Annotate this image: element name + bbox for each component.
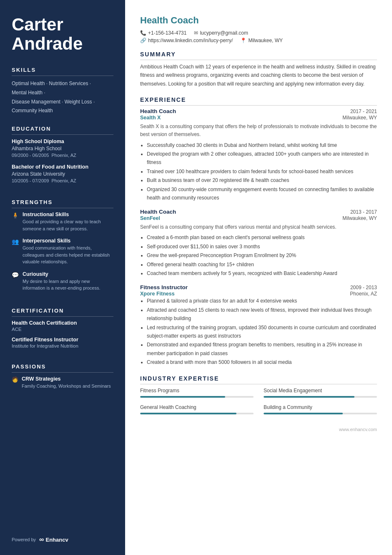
- strength-item: 🧍 Instructional Skills Good at providing…: [12, 212, 113, 232]
- edu-item: Bachelor of Food and Nutrition Arizona S…: [12, 164, 113, 183]
- bullet-item: Created a brand with more than 5000 foll…: [147, 358, 377, 366]
- sidebar: Carter Andrade SKILLS Optimal Health · N…: [0, 0, 125, 555]
- exp-desc: SenFeel is a consulting company that off…: [140, 223, 377, 231]
- passion-title: CRW Strategies: [22, 376, 111, 382]
- exp-location: Phoenix, AZ: [350, 291, 377, 297]
- bullet-item: Attracted and coached 15 clients to reac…: [147, 306, 377, 323]
- edu-school: Arizona State University: [12, 171, 113, 177]
- certification-title: CERTIFICATION: [12, 308, 113, 317]
- industry-item: General Health Coaching: [140, 404, 254, 414]
- edu-degree: Bachelor of Food and Nutrition: [12, 164, 113, 170]
- experience-section: EXPERIENCE Health Coach 2017 - 2021 Seal…: [140, 96, 377, 366]
- exp-subheader: SenFeel Milwaukee, WY: [140, 215, 377, 221]
- contact-email: ✉ lucyperry@gmail.com: [194, 30, 248, 36]
- bullet-item: Trained over 100 healthcare providers to…: [147, 167, 377, 176]
- skills-list: Optimal Health · Nutrition Services · Me…: [12, 79, 113, 115]
- exp-bullets: Successfully coached 30 clients in Dubai…: [140, 141, 377, 202]
- bullet-item: Offered general health coaching for 15+ …: [147, 260, 377, 269]
- education-section: EDUCATION High School Diploma Alhambra H…: [12, 126, 113, 189]
- bullet-item: Created a 6-month plan based on each cli…: [147, 233, 377, 242]
- industry-bar-fill: [140, 396, 225, 398]
- industry-label: General Health Coaching: [140, 404, 254, 410]
- bullet-item: Organized 30 country-wide community enga…: [147, 185, 377, 202]
- industry-label: Fitness Programs: [140, 388, 254, 394]
- strength-icon: 💬: [12, 272, 19, 278]
- cert-org: Institute for Integrative Nutrition: [12, 343, 113, 348]
- main-content: Health Coach 📞 +1-156-134-4731 ✉ lucyper…: [125, 0, 392, 555]
- skill-item: Community Health: [12, 106, 113, 116]
- edu-degree: High School Diploma: [12, 138, 113, 145]
- exp-company: SenFeel: [140, 215, 160, 221]
- cert-name: Health Coach Certification: [12, 320, 113, 326]
- industry-bar-bg: [264, 413, 377, 414]
- passion-icon: 🧑: [12, 376, 18, 383]
- exp-company: Xpore Fitness: [140, 291, 175, 297]
- exp-job-title: Fitness Instructor: [140, 284, 188, 290]
- sidebar-footer: Powered by ∞ Enhancv: [12, 527, 113, 543]
- exp-subheader: Xpore Fitness Phoenix, AZ: [140, 291, 377, 297]
- exp-dates: 2013 - 2017: [350, 209, 377, 215]
- strength-item: 💬 Curiousity My desire to learn and appl…: [12, 271, 113, 292]
- exp-job-title: Health Coach: [140, 209, 176, 215]
- industry-section: INDUSTRY EXPERTISE Fitness Programs Soci…: [140, 375, 377, 414]
- contact-location: 📍 Milwaukee, WY: [240, 38, 283, 43]
- bullet-item: Coached team members actively for 5 year…: [147, 269, 377, 278]
- edu-dates: 10/2005 - 07/2009 Phoenix, AZ: [12, 178, 113, 183]
- industry-bar-bg: [140, 396, 254, 398]
- bullet-item: Built a business team of over 20 registe…: [147, 176, 377, 184]
- passion-item: 🧑 CRW Strategies Family Coaching, Worksh…: [12, 376, 113, 390]
- industry-label: Social Media Engagement: [264, 388, 377, 394]
- exp-header: Fitness Instructor 2009 - 2013: [140, 284, 377, 290]
- exp-desc: Sealth X is a consulting company that of…: [140, 123, 377, 139]
- enhancv-brand: Enhancv: [46, 537, 68, 543]
- passion-desc: Family Coaching, Workshops and Seminars: [22, 383, 111, 390]
- passions-title: PASSIONS: [12, 363, 113, 373]
- industry-grid: Fitness Programs Social Media Engagement…: [140, 388, 377, 414]
- job-title: Health Coach: [140, 15, 377, 26]
- email-icon: ✉: [194, 30, 198, 36]
- cert-item: Certified Fitness Instructor Institute f…: [12, 337, 113, 348]
- exp-location: Milwaukee, WY: [342, 215, 377, 221]
- strengths-title: STRENGTHS: [12, 199, 113, 208]
- contact-row: 📞 +1-156-134-4731 ✉ lucyperry@gmail.com: [140, 30, 377, 36]
- contact-linkedin: 🔗 https://www.linkedin.com/in/lucy-perry…: [140, 38, 233, 43]
- industry-item: Building a Community: [264, 404, 377, 414]
- summary-text: Ambitious Health Coach with 12 years of …: [140, 63, 377, 88]
- strength-title: Interpersonal Skills: [23, 238, 113, 244]
- industry-bar-bg: [140, 413, 254, 414]
- candidate-name: Carter Andrade: [12, 15, 113, 53]
- strength-icon: 👥: [12, 238, 19, 245]
- strengths-section: STRENGTHS 🧍 Instructional Skills Good at…: [12, 199, 113, 298]
- industry-bar-fill: [264, 396, 354, 398]
- edu-item: High School Diploma Alhambra High School…: [12, 138, 113, 158]
- exp-header: Health Coach 2013 - 2017: [140, 209, 377, 215]
- summary-title: SUMMARY: [140, 51, 377, 60]
- exp-subheader: Sealth X Milwaukee, WY: [140, 115, 377, 121]
- strength-desc: My desire to learn and apply new informa…: [23, 278, 113, 292]
- bullet-item: Demonstrated and expanded fitness progra…: [147, 341, 377, 358]
- exp-company: Sealth X: [140, 115, 161, 121]
- education-title: EDUCATION: [12, 126, 113, 135]
- exp-item: Health Coach 2013 - 2017 SenFeel Milwauk…: [140, 209, 377, 278]
- skill-item: Disease Management · Weight Loss ·: [12, 98, 113, 107]
- strength-icon: 🧍: [12, 212, 19, 219]
- industry-title: INDUSTRY EXPERTISE: [140, 375, 377, 384]
- skill-item: Optimal Health · Nutrition Services ·: [12, 79, 113, 88]
- exp-location: Milwaukee, WY: [342, 115, 377, 121]
- enhancv-logo: ∞ Enhancv: [39, 536, 68, 543]
- industry-bar-bg: [264, 396, 377, 398]
- bullet-item: Grew the well-prepared Preconception Pro…: [147, 251, 377, 260]
- strength-desc: Good at providing a clear way to teach s…: [23, 218, 113, 232]
- contact-phone: 📞 +1-156-134-4731: [140, 30, 186, 36]
- exp-item: Health Coach 2017 - 2021 Sealth X Milwau…: [140, 108, 377, 202]
- location-icon: 📍: [240, 38, 246, 43]
- passions-section: PASSIONS 🧑 CRW Strategies Family Coachin…: [12, 363, 113, 390]
- industry-bar-fill: [264, 413, 343, 414]
- phone-icon: 📞: [140, 30, 146, 36]
- exp-bullets: Created a 6-month plan based on each cli…: [140, 233, 377, 278]
- cert-item: Health Coach Certification ACE: [12, 320, 113, 332]
- cert-org: ACE: [12, 327, 113, 332]
- bullet-item: Developed the program with 2 other colle…: [147, 150, 377, 167]
- edu-dates: 09/2000 - 06/2005 Phoenix, AZ: [12, 153, 113, 158]
- enhancv-icon: ∞: [39, 536, 44, 543]
